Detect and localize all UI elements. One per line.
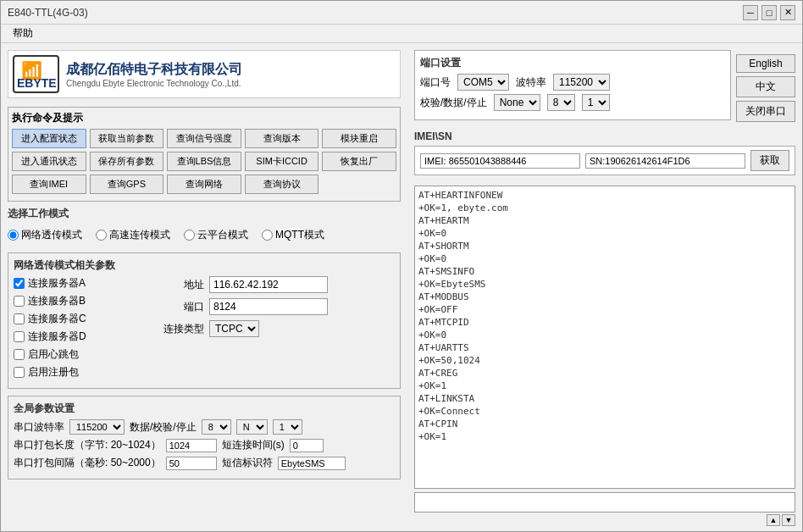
cmd-btn-13[interactable]: 查询协议 (245, 175, 319, 194)
port-num-select[interactable]: COM5 (457, 74, 509, 91)
radio-network[interactable]: 网络透传模式 (8, 228, 82, 242)
terminal-line: +OK=0 (418, 330, 791, 341)
minimize-button[interactable]: ─ (743, 5, 758, 20)
terminal-line: AT+CREG (418, 368, 791, 379)
terminal-line: AT+MTCPID (418, 317, 791, 328)
address-input[interactable] (209, 276, 328, 293)
baud-row: 串口波特率 1152009600192003840057600 数据/校验/停止… (14, 419, 395, 435)
imei-value: IMEI: 865501043888446 (420, 153, 580, 169)
server-a: 连接服务器A (14, 276, 149, 291)
cmd-btn-1[interactable]: 获取当前参数 (90, 129, 164, 148)
check-label: 校验/数据/停止 (420, 96, 487, 110)
terminal-line: AT+UARTTS (418, 342, 791, 353)
btn-close-port[interactable]: 关闭串口 (736, 101, 795, 122)
sn-value: SN:190626142614F1D6 (585, 153, 745, 169)
left-panel: 📶 EBYTE 成都亿佰特电子科技有限公司 Chengdu Ebyte Elec… (1, 43, 407, 532)
cmd-btn-5[interactable]: 进入通讯状态 (12, 152, 86, 171)
close-button[interactable]: ✕ (780, 5, 795, 20)
logo-area: 📶 EBYTE 成都亿佰特电子科技有限公司 Chengdu Ebyte Elec… (8, 50, 401, 98)
short-id-input[interactable] (278, 457, 346, 470)
radio-mqtt-input[interactable] (262, 230, 273, 241)
commands-label: 执行命令及提示 (12, 111, 396, 125)
cmd-btn-8[interactable]: SIM卡ICCID (245, 152, 319, 171)
packet-interval-input[interactable] (166, 457, 217, 470)
server-d: 连接服务器D (14, 330, 149, 344)
terminal-line: +OK=50,1024 (418, 355, 791, 366)
global-params-label: 全局参数设置 (14, 402, 395, 416)
port-settings: 端口设置 端口号 COM5 波特率 115200 校验/数据/停止 None (414, 50, 731, 120)
radio-mqtt-label: MQTT模式 (275, 228, 324, 242)
baud-rate-select[interactable]: 115200 (553, 74, 610, 91)
menu-bar: 帮助 (1, 25, 802, 43)
short-conn-input[interactable] (290, 439, 324, 452)
cmd-btn-7[interactable]: 查询LBS信息 (167, 152, 241, 171)
port-num-label: 端口号 (420, 75, 451, 90)
radio-highspeed[interactable]: 高速连传模式 (96, 228, 170, 242)
check-select[interactable]: None (494, 94, 540, 111)
server-config: 地址 端口 连接类型 TCPC TCPS UDP (158, 276, 395, 337)
scroll-down-btn[interactable]: ▼ (782, 514, 795, 526)
command-input[interactable] (414, 492, 795, 513)
baud-select[interactable]: 1152009600192003840057600 (69, 419, 125, 435)
company-info: 成都亿佰特电子科技有限公司 Chengdu Ebyte Electronic T… (66, 61, 242, 88)
cmd-btn-3[interactable]: 查询版本 (245, 129, 319, 148)
imei-label: IMEI\SN (414, 130, 795, 142)
terminal-line: AT+LINKSTA (418, 393, 791, 404)
btn-english[interactable]: English (736, 54, 795, 73)
radio-mqtt[interactable]: MQTT模式 (262, 228, 324, 242)
data-select[interactable]: 87 (202, 419, 231, 435)
terminal-line: +OK=1 (418, 380, 791, 391)
cmd-btn-2[interactable]: 查询信号强度 (167, 129, 241, 148)
btn-get-imei[interactable]: 获取 (750, 150, 789, 171)
cmd-btn-0[interactable]: 进入配置状态 (12, 129, 86, 148)
right-panel: 端口设置 端口号 COM5 波特率 115200 校验/数据/停止 None (407, 43, 802, 532)
net-params-content: 连接服务器A 连接服务器B 连接服务器C 连接服务器D (14, 276, 395, 383)
parity-select[interactable]: NEO (236, 419, 268, 435)
cmd-btn-12[interactable]: 查询网络 (167, 175, 241, 194)
packet-len-input[interactable] (166, 439, 217, 452)
radio-cloud[interactable]: 云平台模式 (184, 228, 248, 242)
cmd-btn-10[interactable]: 查询IMEI (12, 175, 86, 194)
cmd-btn-11[interactable]: 查询GPS (90, 175, 164, 194)
terminal-line: AT+MODBUS (418, 291, 791, 302)
cmd-btn-9[interactable]: 恢复出厂 (322, 152, 396, 171)
register-pkg: 启用注册包 (14, 365, 149, 380)
terminal-line: +OK=EbyteSMS (418, 279, 791, 290)
port-settings-label: 端口设置 (420, 56, 725, 70)
terminal-line: AT+HEARTINFONEW (418, 190, 791, 201)
net-params-section: 网络透传模式相关参数 连接服务器A 连接服务器B 连接服务器C (8, 252, 401, 389)
heartbeat-checkbox[interactable] (14, 349, 25, 360)
btn-chinese[interactable]: 中文 (736, 76, 795, 97)
terminal-line: +OK=Connect (418, 406, 791, 417)
stop-select[interactable]: 12 (273, 419, 302, 435)
conn-type-select[interactable]: TCPC TCPS UDP (209, 320, 259, 337)
menu-help[interactable]: 帮助 (8, 26, 38, 41)
company-cn: 成都亿佰特电子科技有限公司 (66, 61, 242, 79)
maximize-button[interactable]: □ (761, 5, 777, 20)
work-mode-label: 选择工作模式 (8, 207, 401, 221)
server-d-checkbox[interactable] (14, 331, 25, 342)
server-b-checkbox[interactable] (14, 296, 25, 307)
terminal-line: AT+SMSINFO (418, 266, 791, 277)
scroll-up-btn[interactable]: ▲ (767, 514, 780, 526)
radio-network-input[interactable] (8, 230, 19, 241)
cmd-btn-6[interactable]: 保存所有参数 (90, 152, 164, 171)
terminal-line: AT+SHORTM (418, 241, 791, 252)
terminal-line: +OK=1, ebyte.com (418, 202, 791, 213)
radio-group: 网络透传模式 高速连传模式 云平台模式 MQTT模式 (8, 224, 401, 246)
server-c-checkbox[interactable] (14, 313, 25, 324)
heartbeat: 启用心跳包 (14, 347, 149, 362)
port-input[interactable] (209, 298, 328, 315)
server-a-checkbox[interactable] (14, 278, 25, 289)
cmd-btn-4[interactable]: 模块重启 (322, 129, 396, 148)
work-mode-section: 选择工作模式 网络透传模式 高速连传模式 云平台模式 MQTT模式 (8, 207, 401, 246)
global-params-section: 全局参数设置 串口波特率 1152009600192003840057600 数… (8, 396, 401, 479)
conn-type-row: 连接类型 TCPC TCPS UDP (158, 320, 395, 337)
register-pkg-checkbox[interactable] (14, 367, 25, 378)
terminal-line: +OK=0 (418, 228, 791, 239)
stop-bits-select[interactable]: 1 (582, 94, 610, 111)
data-bits-select[interactable]: 8 (547, 94, 575, 111)
packet-len-label: 串口打包长度（字节: 20~1024） (14, 438, 161, 452)
radio-highspeed-input[interactable] (96, 230, 107, 241)
radio-cloud-input[interactable] (184, 230, 195, 241)
